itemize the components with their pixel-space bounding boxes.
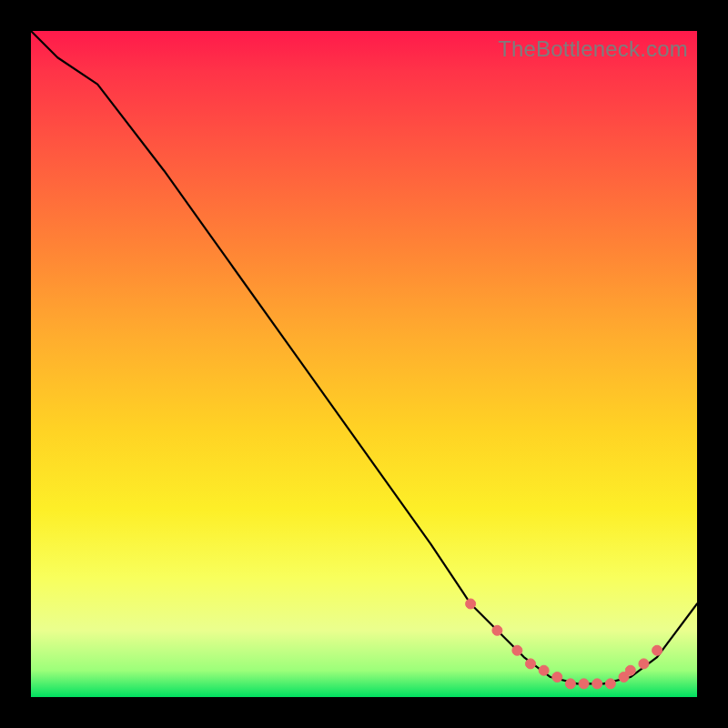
- highlight-markers: [466, 599, 662, 689]
- bottleneck-curve: [31, 31, 697, 683]
- marker-point: [652, 645, 662, 655]
- marker-point: [552, 672, 562, 682]
- chart-overlay-svg: [31, 31, 697, 697]
- marker-point: [512, 645, 522, 655]
- chart-plot-area: TheBottleneck.com: [31, 31, 697, 697]
- marker-point: [539, 665, 549, 675]
- chart-frame: TheBottleneck.com: [0, 0, 728, 728]
- marker-point: [625, 665, 635, 675]
- marker-point: [592, 679, 602, 689]
- marker-point: [466, 599, 476, 609]
- marker-point: [526, 659, 536, 669]
- marker-point: [605, 679, 615, 689]
- marker-point: [579, 679, 589, 689]
- marker-point: [639, 659, 649, 669]
- marker-point: [565, 679, 575, 689]
- marker-point: [492, 625, 502, 635]
